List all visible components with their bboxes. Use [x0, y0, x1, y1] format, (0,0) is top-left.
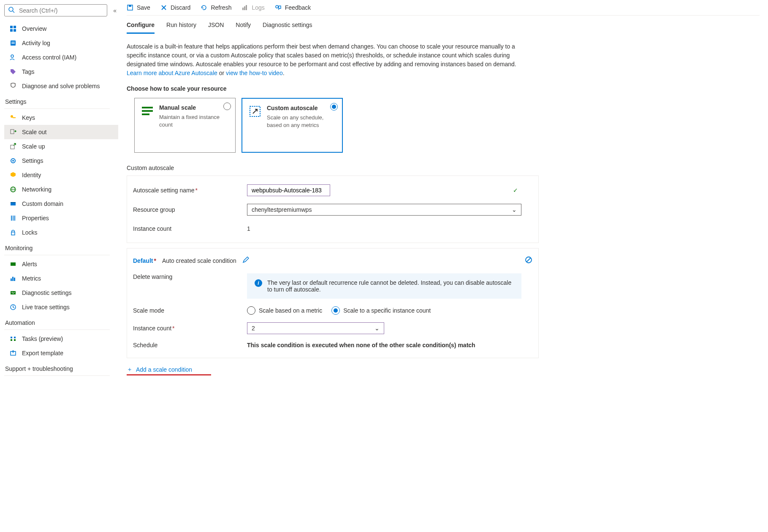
scale-mode-label: Scale mode: [133, 307, 247, 314]
svg-rect-12: [11, 130, 14, 134]
custom-autoscale-card[interactable]: Custom autoscale Scale on any schedule, …: [242, 98, 343, 153]
tasks-icon: [9, 335, 17, 343]
nav-activity-log[interactable]: Activity log: [4, 36, 118, 50]
svg-rect-2: [10, 26, 13, 28]
toolbar: Save Discard Refresh Logs Feedback: [127, 0, 760, 16]
scale-mode-specific-option[interactable]: Scale to a specific instance count: [331, 306, 431, 315]
setting-name-input[interactable]: [247, 184, 330, 196]
svg-rect-46: [142, 113, 149, 115]
nav-alerts[interactable]: Alerts: [4, 257, 118, 271]
radio-icon: [330, 103, 338, 111]
nav-label: Overview: [22, 25, 46, 32]
nav-label: Identity: [22, 172, 41, 178]
nav-diagnostic-settings[interactable]: Diagnostic settings: [4, 286, 118, 300]
nav-label: Locks: [22, 229, 38, 236]
resource-group-select[interactable]: chenyltestpremiumwps ⌄: [247, 204, 521, 216]
nav-label: Settings: [22, 157, 43, 164]
svg-rect-23: [14, 216, 15, 221]
keys-icon: [9, 114, 17, 122]
nav-settings[interactable]: Settings: [4, 154, 118, 168]
nav-networking[interactable]: Networking: [4, 182, 118, 197]
sidebar: « Overview Activity log Access control (…: [0, 0, 118, 392]
search-box[interactable]: [4, 4, 107, 16]
nav-diagnose[interactable]: Diagnose and solve problems: [4, 79, 118, 93]
nav-access-control[interactable]: Access control (IAM): [4, 50, 118, 65]
custom-domain-icon: [9, 200, 17, 208]
manual-scale-icon: [141, 104, 154, 118]
card-title: Custom autoscale: [267, 105, 336, 111]
scale-option-cards: Manual scale Maintain a fixed instance c…: [127, 98, 760, 153]
nav-properties[interactable]: Properties: [4, 211, 118, 225]
radio-icon: [331, 306, 340, 315]
nav-live-trace[interactable]: Live trace settings: [4, 300, 118, 314]
instance-count-value: 1: [247, 223, 250, 234]
edit-icon[interactable]: [242, 257, 249, 265]
svg-point-0: [9, 7, 13, 11]
info-icon: i: [255, 279, 262, 287]
svg-rect-22: [13, 216, 14, 221]
nav-metrics[interactable]: Metrics: [4, 271, 118, 286]
svg-point-43: [276, 5, 278, 8]
nav-tags[interactable]: Tags: [4, 65, 118, 79]
nav-export-template[interactable]: Export template: [4, 346, 118, 360]
nav-label: Live trace settings: [22, 304, 70, 311]
networking-icon: [9, 186, 17, 193]
nav-overview[interactable]: Overview: [4, 22, 118, 36]
howto-link[interactable]: view the how-to video: [226, 70, 283, 76]
svg-rect-27: [12, 277, 14, 281]
scale-mode-metric-option[interactable]: Scale based on a metric: [247, 306, 322, 315]
tab-run-history[interactable]: Run history: [166, 22, 196, 34]
cond-instance-count-select[interactable]: 2 ⌄: [247, 322, 384, 334]
save-button[interactable]: Save: [127, 4, 150, 11]
svg-rect-33: [14, 337, 16, 338]
logs-button: Logs: [242, 4, 264, 11]
collapse-sidebar-icon[interactable]: «: [111, 5, 118, 16]
nav-keys[interactable]: Keys: [4, 111, 118, 125]
discard-icon: [160, 4, 167, 11]
card-sub: Maintain a fixed instance count: [159, 113, 229, 129]
search-input[interactable]: [18, 7, 103, 14]
svg-rect-28: [14, 278, 15, 281]
metrics-icon: [9, 275, 17, 282]
svg-rect-40: [242, 8, 244, 10]
tab-configure[interactable]: Configure: [127, 22, 155, 34]
svg-rect-20: [11, 202, 16, 203]
chevron-down-icon: ⌄: [375, 325, 380, 332]
tab-json[interactable]: JSON: [208, 22, 224, 34]
tags-icon: [9, 68, 17, 76]
nav-custom-domain[interactable]: Custom domain: [4, 197, 118, 211]
select-value: 2: [252, 325, 255, 332]
feedback-icon: [275, 4, 282, 11]
nav-identity[interactable]: Identity: [4, 168, 118, 182]
tab-diagnostic[interactable]: Diagnostic settings: [263, 22, 312, 34]
discard-label: Discard: [171, 4, 190, 11]
refresh-button[interactable]: Refresh: [201, 4, 231, 11]
cond-instance-count-label: Instance count*: [133, 325, 247, 332]
svg-rect-7: [11, 42, 15, 43]
svg-point-15: [12, 160, 14, 162]
manual-scale-card[interactable]: Manual scale Maintain a fixed instance c…: [134, 98, 236, 153]
discard-button[interactable]: Discard: [160, 4, 190, 11]
nav-tasks[interactable]: Tasks (preview): [4, 332, 118, 346]
feedback-button[interactable]: Feedback: [275, 4, 311, 11]
plus-icon: ＋: [127, 366, 133, 373]
select-value: chenyltestpremiumwps: [252, 206, 312, 213]
block-icon[interactable]: [525, 256, 532, 265]
svg-rect-26: [11, 278, 12, 281]
nav-locks[interactable]: Locks: [4, 225, 118, 240]
auto-created-text: Auto created scale condition: [162, 257, 236, 264]
learn-more-link[interactable]: Learn more about Azure Autoscale: [127, 70, 217, 76]
save-icon: [127, 4, 133, 11]
svg-rect-31: [11, 337, 12, 338]
svg-rect-32: [11, 339, 12, 341]
identity-icon: [9, 171, 17, 179]
nav-scale-out[interactable]: Scale out: [4, 125, 118, 139]
nav-scale-up[interactable]: Scale up: [4, 139, 118, 154]
schedule-text: This scale condition is executed when no…: [247, 342, 475, 348]
add-scale-condition-link[interactable]: ＋ Add a scale condition: [127, 366, 192, 373]
scale-up-icon: [9, 143, 17, 150]
option-label: Scale based on a metric: [259, 307, 322, 314]
svg-rect-42: [246, 5, 247, 10]
activity-log-icon: [9, 39, 17, 47]
tab-notify[interactable]: Notify: [236, 22, 251, 34]
